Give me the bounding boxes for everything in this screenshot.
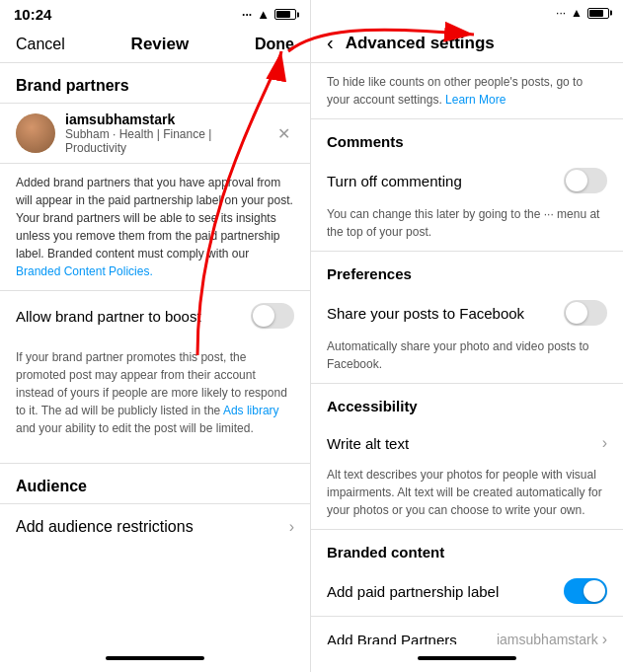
- nav-bar-left: Cancel Review Done: [0, 27, 310, 63]
- alt-text-label: Write alt text: [327, 435, 409, 452]
- paid-partnership-label: Add paid partnership label: [327, 583, 499, 600]
- paid-partnership-toggle-knob: [584, 580, 605, 602]
- right-status-icons: ··· ▲: [556, 6, 609, 20]
- alt-text-chevron-icon: ›: [602, 434, 607, 452]
- header-description: To hide like counts on other people's po…: [311, 63, 623, 118]
- right-signal-icon: ···: [556, 6, 566, 20]
- cancel-button[interactable]: Cancel: [16, 36, 65, 53]
- advanced-settings-title: Advanced settings: [346, 34, 495, 53]
- status-icons: ··· ▲: [242, 7, 296, 22]
- partner-row: iamsubhamstark Subham · Health | Finance…: [0, 103, 310, 164]
- add-brand-partners-label: Add Brand Partners: [327, 632, 457, 645]
- home-indicator-right: [311, 644, 623, 672]
- toggle-knob: [253, 305, 274, 327]
- accessibility-section-label: Accessibility: [311, 384, 623, 420]
- nav-title-review: Review: [131, 35, 190, 54]
- battery-icon: [274, 9, 296, 20]
- preferences-section-label: Preferences: [311, 252, 623, 288]
- comments-description: You can change this later by going to th…: [311, 205, 623, 251]
- facebook-toggle-label: Share your posts to Facebook: [327, 305, 524, 322]
- brand-partners-label: Brand partners: [0, 63, 310, 103]
- alt-text-row[interactable]: Write alt text ›: [311, 420, 623, 466]
- facebook-toggle[interactable]: [564, 300, 607, 326]
- signal-icon: ···: [242, 8, 252, 22]
- boost-toggle[interactable]: [251, 303, 294, 329]
- ads-library-link[interactable]: Ads library: [223, 404, 279, 417]
- audience-section: Audience Add audience restrictions ›: [0, 463, 310, 550]
- back-button[interactable]: ‹: [327, 32, 334, 54]
- partner-info: iamsubhamstark Subham · Health | Finance…: [65, 112, 264, 155]
- left-panel: 10:24 ··· ▲ Cancel Review Done Brand par…: [0, 0, 311, 672]
- right-content: To hide like counts on other people's po…: [311, 63, 623, 644]
- boost-description: If your brand partner promotes this post…: [0, 340, 310, 453]
- paid-partnership-toggle-row: Add paid partnership label: [311, 566, 623, 616]
- partner-subtitle: Subham · Health | Finance | Productivity: [65, 127, 264, 155]
- right-panel: ··· ▲ ‹ Advanced settings To hide like c…: [311, 0, 623, 672]
- status-bar-left: 10:24 ··· ▲: [0, 0, 310, 27]
- paid-partnership-toggle[interactable]: [564, 578, 607, 604]
- boost-toggle-row: Allow brand partner to boost: [0, 290, 310, 340]
- avatar: [16, 113, 55, 153]
- add-brand-partners-row[interactable]: Add Brand Partners iamsubhamstark ›: [311, 617, 623, 644]
- brand-partners-chevron-icon: ›: [602, 631, 607, 644]
- home-bar: [106, 656, 204, 660]
- comments-toggle-knob: [566, 170, 587, 191]
- right-battery-icon: [587, 8, 609, 19]
- facebook-toggle-row: Share your posts to Facebook: [311, 288, 623, 337]
- wifi-icon: ▲: [257, 7, 270, 22]
- alt-text-description: Alt text describes your photos for peopl…: [311, 466, 623, 529]
- learn-more-link[interactable]: Learn More: [445, 93, 506, 107]
- home-indicator-left: [0, 644, 310, 672]
- boost-toggle-label: Allow brand partner to boost: [16, 308, 201, 325]
- facebook-description: Automatically share your photo and video…: [311, 337, 623, 383]
- avatar-image: [16, 113, 55, 153]
- nav-bar-right: ‹ Advanced settings: [311, 24, 623, 63]
- comments-toggle-label: Turn off commenting: [327, 173, 462, 189]
- close-partner-button[interactable]: ✕: [273, 120, 294, 147]
- audience-label: Audience: [0, 464, 310, 503]
- branded-content-link[interactable]: Branded Content Policies.: [16, 264, 153, 278]
- comments-section-label: Comments: [311, 119, 623, 156]
- audience-restrictions-row[interactable]: Add audience restrictions ›: [0, 503, 310, 550]
- brand-partners-value: iamsubhamstark: [497, 632, 598, 644]
- chevron-right-icon: ›: [289, 518, 294, 536]
- brand-description: Added brand partners that you have appro…: [0, 164, 310, 290]
- comments-toggle[interactable]: [564, 168, 607, 193]
- status-bar-right: ··· ▲: [311, 0, 623, 24]
- facebook-toggle-knob: [566, 302, 587, 324]
- done-button[interactable]: Done: [255, 36, 294, 53]
- partner-name: iamsubhamstark: [65, 112, 264, 127]
- comments-toggle-row: Turn off commenting: [311, 156, 623, 205]
- right-wifi-icon: ▲: [571, 6, 583, 20]
- time-display: 10:24: [14, 6, 51, 23]
- branded-content-section-label: Branded content: [311, 530, 623, 566]
- audience-restrictions-label: Add audience restrictions: [16, 518, 194, 536]
- home-bar-right: [418, 656, 516, 660]
